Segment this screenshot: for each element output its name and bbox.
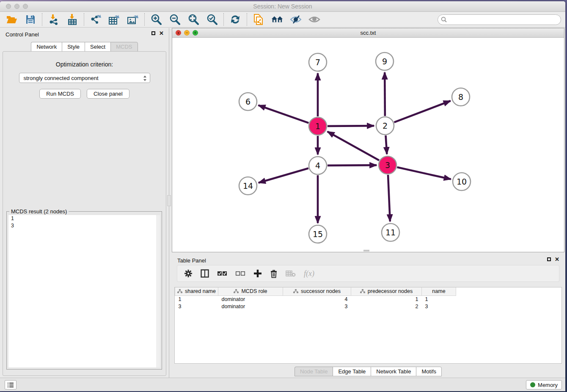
network-view-window: x – + scc.txt 1234678910111415	[172, 28, 564, 252]
close-table-panel-icon[interactable]: ✕	[555, 257, 559, 262]
network-close-icon[interactable]: x	[176, 30, 181, 36]
table-cell[interactable]: 4	[283, 295, 351, 303]
network-window-titlebar[interactable]: x – + scc.txt	[172, 28, 564, 38]
memory-label: Memory	[538, 382, 558, 388]
network-graph[interactable]: 1234678910111415	[172, 38, 564, 251]
deselect-all-icon[interactable]	[235, 271, 245, 276]
column-header-successor-nodes[interactable]: successor nodes	[283, 287, 351, 295]
tab-style[interactable]: Style	[62, 42, 85, 52]
column-header-predecessor-nodes[interactable]: predecessor nodes	[351, 287, 422, 295]
search-input[interactable]	[438, 14, 561, 25]
control-panel-tabs: NetworkStyleSelectMCDS	[0, 42, 169, 52]
edge-3-1[interactable]	[328, 132, 379, 160]
edge-3-11[interactable]	[388, 175, 390, 221]
table-cell[interactable]: 2	[351, 303, 422, 310]
graph-node-label-3: 3	[385, 160, 390, 170]
zoom-window-button[interactable]	[23, 4, 28, 9]
search-field-wrap	[438, 14, 561, 25]
add-icon[interactable]	[253, 269, 262, 278]
tab-node-table[interactable]: Node Table	[295, 367, 333, 376]
zoom-fit-icon[interactable]	[187, 14, 199, 25]
mcds-result-title: MCDS result (2 nodes)	[9, 208, 69, 215]
tab-network[interactable]: Network	[31, 42, 62, 52]
network-canvas[interactable]: 1234678910111415	[172, 38, 564, 251]
table-row[interactable]: 1dominator411	[175, 295, 456, 303]
column-pane-icon[interactable]	[201, 269, 209, 278]
close-window-button[interactable]	[6, 4, 11, 9]
result-scrollbar[interactable]	[156, 215, 160, 367]
tab-mcds[interactable]: MCDS	[110, 42, 138, 52]
table-toolbar: f(x)	[177, 265, 559, 282]
zoom-selected-icon[interactable]	[206, 14, 218, 25]
minimize-window-button[interactable]	[14, 4, 19, 9]
export-image-icon[interactable]	[127, 14, 139, 25]
sort-column-icon	[234, 289, 239, 293]
import-table-icon[interactable]	[66, 14, 78, 25]
hide-eye-icon[interactable]	[290, 14, 302, 25]
edge-3-10[interactable]	[397, 167, 451, 179]
table-cell[interactable]: 3	[175, 303, 218, 310]
graph-node-label-4: 4	[315, 161, 320, 170]
edge-2-9[interactable]	[385, 72, 385, 116]
tab-edge-table[interactable]: Edge Table	[333, 367, 371, 376]
column-header-shared-name[interactable]: shared name	[175, 287, 218, 295]
panel-divider-grip[interactable]	[167, 195, 171, 206]
graph-node-label-7: 7	[315, 58, 320, 67]
table-cell[interactable]: 3	[283, 303, 351, 310]
zoom-in-icon[interactable]	[150, 14, 162, 25]
save-icon[interactable]	[25, 14, 36, 25]
graph-node-label-6: 6	[245, 97, 250, 106]
graph-node-label-10: 10	[457, 177, 467, 186]
column-header-MCDS-role[interactable]: MCDS role	[218, 287, 283, 295]
select-all-icon[interactable]	[217, 271, 227, 276]
column-header-name[interactable]: name	[422, 287, 456, 295]
edge-4-14[interactable]	[259, 168, 308, 182]
table-cell[interactable]: 1	[351, 295, 422, 303]
memory-button[interactable]: Memory	[526, 380, 562, 389]
tab-select[interactable]: Select	[85, 42, 110, 52]
zoom-out-icon[interactable]	[169, 14, 181, 25]
close-panel-button[interactable]: Close panel	[87, 89, 129, 99]
control-panel: Control Panel ✕ NetworkStyleSelectMCDS O…	[0, 28, 169, 378]
trash-icon[interactable]	[270, 269, 278, 278]
float-panel-icon[interactable]	[151, 31, 155, 35]
network-minimize-icon[interactable]: –	[184, 30, 190, 36]
mcds-result-list[interactable]: 13	[8, 215, 160, 367]
tab-network-table[interactable]: Network Table	[371, 367, 416, 376]
delete-column-icon	[286, 270, 296, 277]
open-folder-icon[interactable]	[6, 14, 18, 25]
table-cell[interactable]: dominator	[218, 295, 283, 303]
gear-icon[interactable]	[184, 269, 193, 278]
edge-4-3[interactable]	[328, 165, 377, 166]
export-network-icon[interactable]	[90, 14, 102, 25]
export-table-icon[interactable]	[108, 14, 120, 25]
table-cell[interactable]: 1	[175, 295, 218, 303]
optimization-criterion-select[interactable]: strongly connected component	[19, 73, 150, 83]
table-row[interactable]: 3dominator323	[175, 303, 456, 310]
network-window-title: scc.txt	[172, 28, 564, 37]
table-cell[interactable]: 1	[422, 295, 456, 303]
import-network-icon[interactable]	[48, 14, 60, 25]
edge-1-6[interactable]	[259, 105, 309, 123]
graph-node-label-2: 2	[383, 121, 388, 130]
run-mcds-button[interactable]: Run MCDS	[39, 89, 81, 99]
edge-2-3[interactable]	[385, 135, 387, 154]
show-all-icon[interactable]	[271, 14, 283, 25]
table-cell[interactable]: 3	[422, 303, 456, 310]
eye-icon[interactable]	[308, 14, 320, 25]
float-table-panel-icon[interactable]	[547, 257, 551, 261]
refresh-icon[interactable]	[229, 14, 241, 25]
tab-motifs[interactable]: Motifs	[416, 367, 442, 376]
close-panel-icon[interactable]: ✕	[159, 31, 164, 36]
workspace: Control Panel ✕ NetworkStyleSelectMCDS O…	[0, 28, 565, 378]
task-history-button[interactable]	[5, 380, 17, 389]
edge-1-2[interactable]	[328, 126, 374, 126]
network-resize-grip[interactable]	[363, 250, 369, 251]
edge-2-8[interactable]	[394, 101, 451, 122]
main-toolbar	[0, 12, 565, 28]
table-cell[interactable]: dominator	[218, 303, 283, 310]
network-zoom-icon[interactable]: +	[193, 30, 198, 36]
node-table[interactable]: shared nameMCDS rolesuccessor nodesprede…	[174, 287, 562, 364]
mcds-result-line: 3	[8, 222, 160, 229]
clone-network-icon[interactable]	[253, 14, 264, 25]
